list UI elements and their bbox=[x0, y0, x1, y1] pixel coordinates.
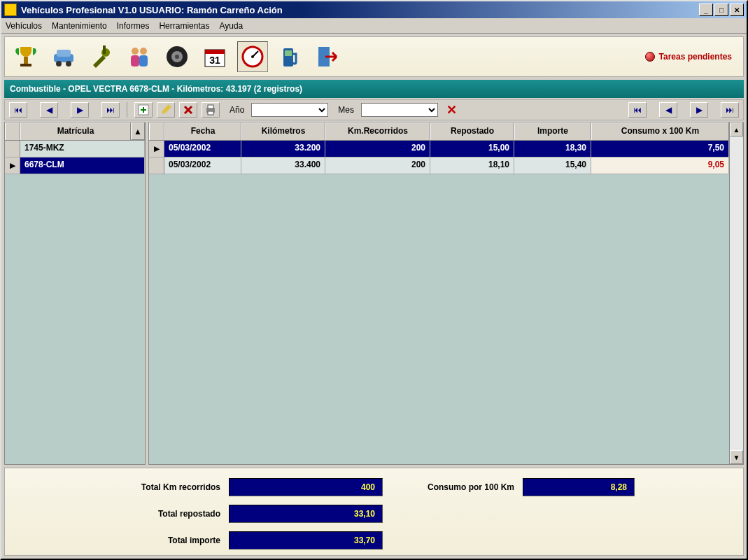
label-total-repostado: Total repostado bbox=[89, 509, 229, 519]
cell-importe: 18,30 bbox=[514, 141, 591, 158]
scroll-up-icon[interactable]: ▲ bbox=[730, 122, 743, 136]
label-consumo: Consumo por 100 Km bbox=[383, 482, 523, 492]
tools-icon[interactable] bbox=[86, 41, 117, 72]
main-area: Matrícula ▲ 1745-MKZ ▶ 6678-CLM bbox=[4, 122, 744, 465]
cell-repostado: 18,10 bbox=[430, 158, 514, 174]
window-title: Vehículos Profesional V1.0 USUARIO: Ramó… bbox=[21, 5, 699, 15]
svg-rect-3 bbox=[57, 50, 71, 57]
nav-next-left[interactable]: ▶ bbox=[71, 102, 89, 118]
car-icon[interactable] bbox=[48, 41, 79, 72]
pending-tasks-link[interactable]: Tareas pendientes bbox=[645, 52, 732, 62]
exit-icon[interactable] bbox=[313, 41, 344, 72]
navigator-bar: ⏮ ◀ ▶ ⏭ Año Mes ✕ ⏮ ◀ ▶ ⏭ bbox=[4, 99, 744, 120]
value-total-repostado: 33,10 bbox=[229, 505, 383, 523]
menu-mantenimiento[interactable]: Mantenimiento bbox=[52, 21, 107, 31]
svg-point-9 bbox=[140, 48, 147, 55]
svg-point-20 bbox=[251, 55, 254, 58]
print-icon[interactable] bbox=[202, 102, 220, 118]
col-importe[interactable]: Importe bbox=[514, 122, 591, 140]
value-total-km: 400 bbox=[229, 478, 383, 496]
cell-km: 33.200 bbox=[241, 141, 325, 158]
svg-rect-1 bbox=[20, 64, 31, 66]
app-window: Vehículos Profesional V1.0 USUARIO: Ramó… bbox=[0, 0, 748, 560]
svg-rect-26 bbox=[208, 105, 213, 108]
svg-rect-27 bbox=[208, 111, 213, 115]
svg-point-14 bbox=[175, 55, 179, 59]
svg-point-5 bbox=[66, 61, 71, 66]
year-label: Año bbox=[230, 105, 244, 115]
fuel-row[interactable]: 05/03/2002 33.400 200 18,10 15,40 9,05 bbox=[149, 158, 729, 174]
vehicle-row[interactable]: 1745-MKZ bbox=[5, 141, 145, 158]
minimize-button[interactable]: _ bbox=[699, 4, 713, 16]
people-icon[interactable] bbox=[124, 41, 155, 72]
scroll-up-left[interactable]: ▲ bbox=[131, 122, 145, 140]
section-title: Combustible - OPEL VECTRA 6678-CLM - Kil… bbox=[10, 84, 302, 94]
fuel-row[interactable]: ▶ 05/03/2002 33.200 200 15,00 18,30 7,50 bbox=[149, 141, 729, 158]
section-header: Combustible - OPEL VECTRA 6678-CLM - Kil… bbox=[4, 80, 744, 98]
vertical-scrollbar[interactable]: ▲ ▼ bbox=[729, 122, 743, 464]
nav-prev-left[interactable]: ◀ bbox=[40, 102, 58, 118]
cell-consumo: 9,05 bbox=[591, 158, 729, 174]
new-record-icon[interactable] bbox=[134, 102, 153, 118]
svg-text:31: 31 bbox=[209, 55, 220, 66]
maximize-button[interactable]: □ bbox=[714, 4, 728, 16]
vehicle-row[interactable]: ▶ 6678-CLM bbox=[5, 158, 145, 174]
nav-last-left[interactable]: ⏭ bbox=[101, 102, 120, 118]
menu-vehiculos[interactable]: Vehículos bbox=[6, 21, 42, 31]
menubar: Vehículos Mantenimiento Informes Herrami… bbox=[1, 18, 747, 34]
svg-rect-11 bbox=[139, 55, 148, 66]
toolbar: 31 Tareas pendientes bbox=[4, 36, 744, 77]
menu-ayuda[interactable]: Ayuda bbox=[219, 21, 243, 31]
svg-point-8 bbox=[132, 48, 139, 55]
col-repostado[interactable]: Repostado bbox=[430, 122, 514, 140]
cell-repostado: 15,00 bbox=[430, 141, 514, 158]
cell-consumo: 7,50 bbox=[591, 141, 729, 158]
svg-point-4 bbox=[56, 61, 62, 66]
vehicles-list: Matrícula ▲ 1745-MKZ ▶ 6678-CLM bbox=[4, 122, 146, 465]
pending-label: Tareas pendientes bbox=[659, 52, 732, 62]
nav-last-right[interactable]: ⏭ bbox=[721, 102, 739, 118]
vehicle-plate: 1745-MKZ bbox=[20, 141, 145, 158]
svg-rect-7 bbox=[103, 46, 106, 54]
cell-recorridos: 200 bbox=[325, 158, 430, 174]
scroll-down-icon[interactable]: ▼ bbox=[730, 450, 743, 464]
clear-filter-icon[interactable]: ✕ bbox=[442, 102, 460, 118]
trophy-icon[interactable] bbox=[10, 41, 41, 72]
alert-icon bbox=[645, 52, 655, 62]
vehicle-plate: 6678-CLM bbox=[20, 158, 145, 174]
delete-record-icon[interactable] bbox=[179, 102, 197, 118]
col-matricula[interactable]: Matrícula bbox=[20, 122, 131, 140]
nav-next-right[interactable]: ▶ bbox=[690, 102, 708, 118]
menu-informes[interactable]: Informes bbox=[117, 21, 150, 31]
month-select[interactable] bbox=[361, 103, 438, 117]
col-consumo[interactable]: Consumo x 100 Km bbox=[591, 122, 729, 140]
edit-record-icon[interactable] bbox=[157, 102, 175, 118]
cell-recorridos: 200 bbox=[325, 141, 430, 158]
cell-fecha: 05/03/2002 bbox=[164, 158, 241, 174]
fuel-grid: Fecha Kilómetros Km.Recorridos Repostado… bbox=[148, 122, 744, 465]
year-select[interactable] bbox=[251, 103, 328, 117]
col-kilometros[interactable]: Kilómetros bbox=[241, 122, 325, 140]
label-total-importe: Total importe bbox=[89, 536, 229, 545]
svg-rect-16 bbox=[205, 50, 225, 54]
month-label: Mes bbox=[338, 105, 354, 115]
value-consumo: 8,28 bbox=[523, 478, 635, 496]
menu-herramientas[interactable]: Herramientas bbox=[159, 21, 209, 31]
summary-panel: Total Km recorridos 400 Consumo por 100 … bbox=[4, 468, 744, 556]
odometer-icon[interactable] bbox=[237, 41, 268, 72]
col-fecha[interactable]: Fecha bbox=[164, 122, 241, 140]
cell-km: 33.400 bbox=[241, 158, 325, 174]
col-recorridos[interactable]: Km.Recorridos bbox=[325, 122, 430, 140]
close-button[interactable]: ✕ bbox=[730, 4, 744, 16]
svg-rect-22 bbox=[285, 50, 292, 56]
tire-icon[interactable] bbox=[162, 41, 192, 72]
nav-first-right[interactable]: ⏮ bbox=[628, 102, 647, 118]
app-icon bbox=[4, 4, 17, 16]
nav-first-left[interactable]: ⏮ bbox=[9, 102, 27, 118]
cell-importe: 15,40 bbox=[514, 158, 591, 174]
cell-fecha: 05/03/2002 bbox=[164, 141, 241, 158]
nav-prev-right[interactable]: ◀ bbox=[659, 102, 677, 118]
fuel-icon[interactable] bbox=[275, 41, 306, 72]
svg-rect-0 bbox=[24, 57, 28, 64]
calendar-icon[interactable]: 31 bbox=[199, 41, 230, 72]
